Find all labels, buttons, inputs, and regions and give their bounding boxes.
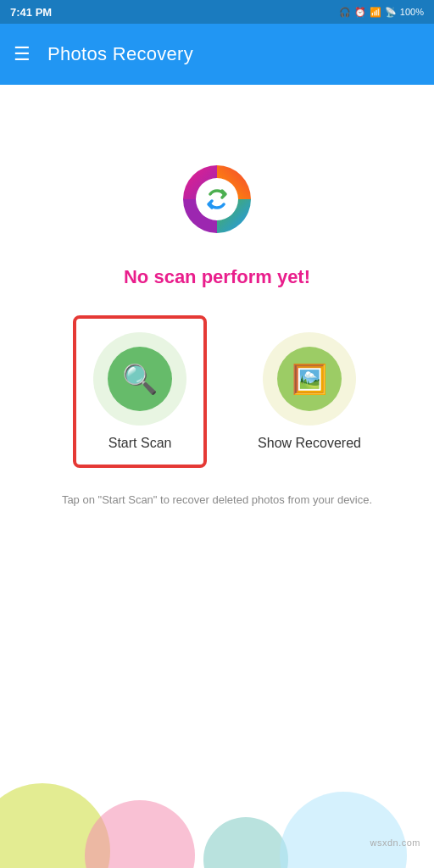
app-bar: ☰ Photos Recovery [0,24,434,85]
start-scan-circle-inner: 🔍 [108,347,172,411]
svg-point-0 [202,184,232,214]
show-recovered-circle-inner: 🖼️ [277,347,342,411]
action-buttons-row: 🔍 Start Scan 🖼️ Show Recovered [0,315,434,468]
status-bar: 7:41 PM 🎧 ⏰ 📶 📡 100% [0,0,434,24]
status-time: 7:41 PM [10,6,52,19]
app-logo [170,153,264,246]
start-scan-label: Start Scan [108,436,172,451]
show-recovered-circle-outer: 🖼️ [263,332,356,426]
start-scan-wrapper[interactable]: 🔍 Start Scan [73,315,207,468]
watermark: wsxdn.com [370,837,420,848]
battery-icon: 100% [400,7,424,17]
hint-text: Tap on "Start Scan" to recover deleted p… [35,492,399,509]
main-content: No scan perform yet! 🔍 Start Scan 🖼️ Sho… [0,85,434,868]
start-scan-circle-outer: 🔍 [93,332,186,426]
status-icons: 🎧 ⏰ 📶 📡 100% [339,7,424,18]
menu-icon[interactable]: ☰ [14,45,31,64]
wifi-icon: 📡 [385,7,397,18]
app-title: Photos Recovery [47,43,193,65]
show-recovered-label: Show Recovered [258,436,361,451]
no-scan-text: No scan perform yet! [124,266,310,288]
show-recovered-icon: 🖼️ [292,362,327,396]
signal-icon: 📶 [370,7,381,18]
start-scan-icon: 🔍 [122,362,158,396]
alarm-icon: ⏰ [354,7,366,18]
decorative-bottom [0,732,434,868]
headphone-icon: 🎧 [339,7,351,18]
show-recovered-wrapper[interactable]: 🖼️ Show Recovered [258,332,361,451]
